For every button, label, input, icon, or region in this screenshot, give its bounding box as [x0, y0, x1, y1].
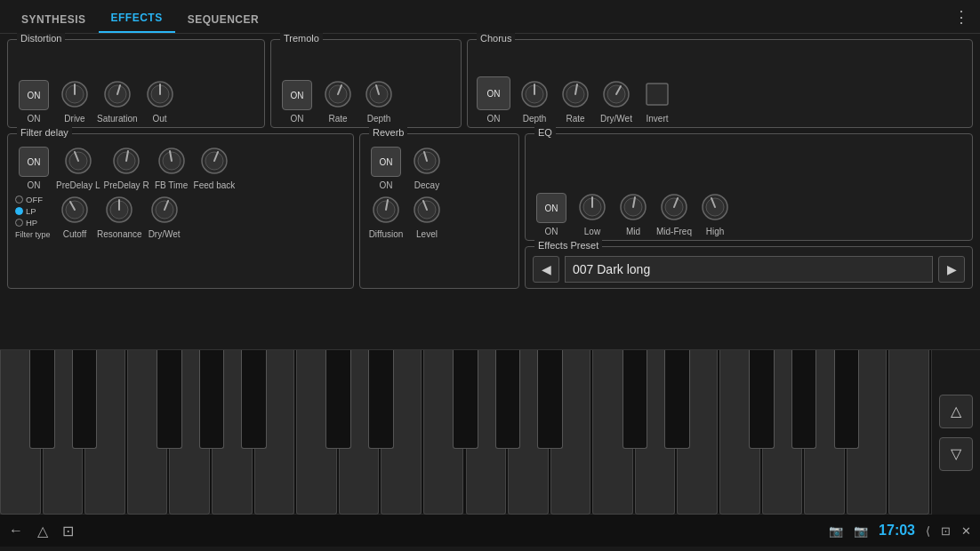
distortion-out-knob[interactable] — [144, 78, 176, 110]
home-icon[interactable]: △ — [37, 523, 48, 539]
distortion-on-button[interactable]: ON — [19, 80, 49, 110]
black-key[interactable] — [791, 350, 817, 449]
camera-icon: 📷 — [829, 524, 843, 538]
eq-low-item: Low — [574, 191, 611, 236]
filter-hp-label: HP — [26, 218, 37, 228]
distortion-saturation-knob[interactable] — [101, 78, 133, 110]
filter-off-radio[interactable] — [15, 196, 23, 204]
tremolo-panel: Tremolo ON ON Rate — [270, 39, 462, 128]
black-key[interactable] — [749, 350, 775, 449]
feedback-item: Feed back — [194, 145, 236, 190]
preset-next-button[interactable]: ▶ — [938, 256, 965, 283]
filter-lp-option[interactable]: LP — [15, 206, 36, 216]
filter-delay-on-button[interactable]: ON — [19, 147, 49, 177]
recent-icon[interactable]: ⊡ — [62, 523, 74, 539]
predelay-l-item: PreDelay L — [56, 145, 100, 190]
screen-icon: ⊡ — [941, 524, 951, 538]
fb-time-item: FB Time — [153, 145, 190, 190]
reverb-on-item: ON ON — [367, 147, 405, 190]
distortion-saturation-label: Saturation — [97, 114, 138, 124]
piano-down-button[interactable]: ▽ — [939, 437, 973, 471]
eq-mid-knob[interactable] — [617, 191, 649, 223]
eq-midfreq-knob[interactable] — [658, 191, 690, 223]
resonance-knob[interactable] — [103, 194, 135, 226]
chorus-rate-label: Rate — [566, 114, 584, 124]
black-key[interactable] — [664, 350, 690, 449]
reverb-title: Reverb — [369, 127, 407, 138]
black-key[interactable] — [157, 350, 182, 449]
preset-name-display: 007 Dark long — [565, 256, 933, 283]
filter-hp-option[interactable]: HP — [15, 218, 37, 228]
eq-on-label: ON — [545, 227, 558, 236]
cutoff-knob[interactable] — [59, 194, 91, 226]
back-icon[interactable]: ← — [9, 523, 23, 539]
predelay-l-knob[interactable] — [62, 145, 94, 177]
black-key[interactable] — [29, 350, 55, 449]
preset-prev-button[interactable]: ◀ — [533, 256, 559, 283]
tab-sequencer[interactable]: SEQUENCER — [175, 6, 272, 33]
filter-drywet-label: Dry/Wet — [149, 229, 181, 239]
chorus-depth-knob[interactable] — [518, 78, 550, 110]
tab-synthesis[interactable]: SYNTHESIS — [9, 6, 99, 33]
tremolo-on-button[interactable]: ON — [282, 80, 312, 110]
feedback-label: Feed back — [194, 180, 236, 190]
filter-drywet-knob[interactable] — [149, 194, 181, 226]
black-key[interactable] — [241, 350, 267, 449]
reverb-diffusion-knob[interactable] — [370, 194, 402, 226]
chorus-depth-item: Depth — [516, 78, 553, 124]
svg-rect-24 — [647, 84, 668, 105]
filter-lp-label: LP — [26, 206, 36, 216]
chorus-drywet-knob[interactable] — [600, 78, 632, 110]
tremolo-depth-knob[interactable] — [363, 78, 395, 110]
eq-midfreq-label: Mid-Freq — [656, 227, 692, 236]
menu-dots-icon[interactable]: ⋮ — [953, 7, 969, 27]
filter-off-option[interactable]: OFF — [15, 195, 43, 204]
black-key[interactable] — [199, 350, 225, 449]
reverb-on-button[interactable]: ON — [371, 147, 401, 177]
piano-keys-container — [0, 350, 931, 515]
close-icon: ✕ — [961, 524, 971, 538]
effects-row-bottom: Filter delay ON ON PreDelay L — [7, 133, 973, 289]
tremolo-rate-label: Rate — [328, 114, 347, 124]
distortion-title: Distortion — [17, 33, 65, 44]
black-key[interactable] — [623, 350, 648, 449]
black-key[interactable] — [537, 350, 563, 449]
reverb-inner: ON ON Decay — [367, 138, 511, 284]
black-key[interactable] — [72, 350, 98, 449]
chorus-on-button[interactable]: ON — [477, 76, 510, 110]
tab-effects[interactable]: EFFECTS — [99, 4, 175, 33]
tremolo-rate-knob[interactable] — [322, 78, 354, 110]
fb-time-knob[interactable] — [156, 145, 188, 177]
eq-high-item: High — [696, 191, 734, 236]
reverb-decay-knob[interactable] — [411, 145, 443, 177]
black-key[interactable] — [495, 350, 521, 449]
chorus-panel: Chorus ON ON Depth — [467, 39, 973, 128]
predelay-r-knob[interactable] — [110, 145, 142, 177]
black-key[interactable] — [368, 350, 394, 449]
eq-on-button[interactable]: ON — [536, 193, 566, 223]
chorus-depth-label: Depth — [523, 114, 547, 124]
reverb-level-item: Level — [408, 194, 446, 239]
black-key[interactable] — [453, 350, 478, 449]
chorus-knob-group: ON ON Depth — [475, 44, 965, 124]
chorus-invert-knob[interactable] — [641, 78, 673, 110]
chorus-drywet-label: Dry/Wet — [600, 114, 632, 124]
filter-lp-radio[interactable] — [15, 207, 23, 215]
status-right: 📷 📷 17:03 ⟨ ⊡ ✕ — [829, 523, 971, 539]
predelay-r-item: PreDelay R — [103, 145, 149, 190]
distortion-drive-knob[interactable] — [59, 78, 91, 110]
feedback-knob[interactable] — [198, 145, 230, 177]
eq-high-knob[interactable] — [699, 191, 731, 223]
filter-delay-top: ON ON PreDelay L — [15, 145, 346, 190]
effects-row-top: Distortion ON ON Drive — [7, 39, 973, 128]
filter-hp-radio[interactable] — [15, 219, 23, 227]
top-bar: SYNTHESIS EFFECTS SEQUENCER ⋮ — [0, 0, 980, 34]
black-key[interactable] — [325, 350, 351, 449]
white-key[interactable] — [888, 350, 929, 515]
eq-low-knob[interactable] — [576, 191, 608, 223]
black-key[interactable] — [834, 350, 860, 449]
effects-preset-title: Effects Preset — [534, 240, 602, 251]
reverb-level-knob[interactable] — [411, 194, 443, 226]
piano-up-button[interactable]: △ — [939, 395, 973, 428]
chorus-rate-knob[interactable] — [559, 78, 591, 110]
